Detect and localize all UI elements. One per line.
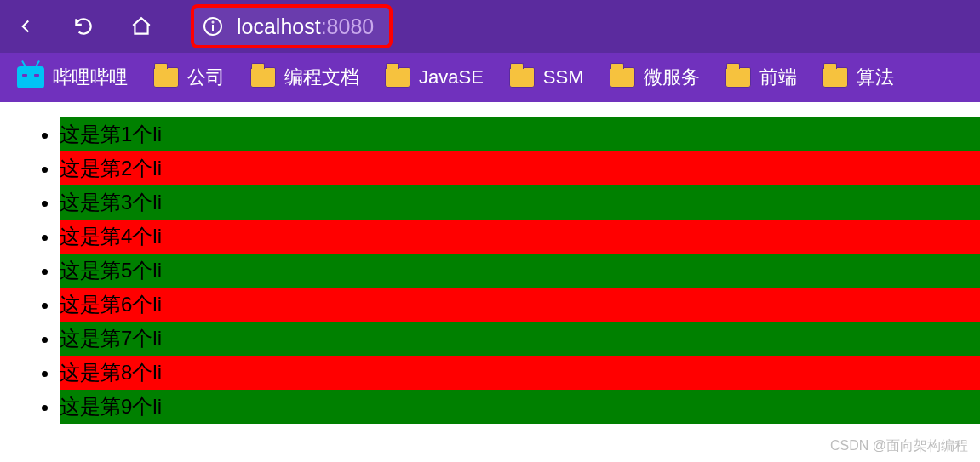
folder-icon bbox=[250, 67, 276, 88]
folder-icon bbox=[385, 67, 410, 88]
folder-icon bbox=[610, 67, 635, 88]
bookmark-label: 前端 bbox=[759, 65, 797, 90]
folder-icon bbox=[725, 67, 751, 88]
url-host: localhost bbox=[237, 14, 321, 38]
list-item: 这是第4个li bbox=[60, 220, 980, 254]
folder-icon bbox=[822, 67, 848, 88]
list: 这是第1个li 这是第2个li 这是第3个li 这是第4个li 这是第5个li … bbox=[26, 117, 980, 424]
home-button[interactable] bbox=[124, 9, 158, 43]
watermark: CSDN @面向架构编程 bbox=[830, 437, 968, 455]
bookmark-microservice[interactable]: 微服务 bbox=[603, 61, 707, 94]
url-text: localhost:8080 bbox=[237, 14, 374, 39]
address-bar[interactable]: localhost:8080 bbox=[191, 4, 393, 48]
list-item: 这是第5个li bbox=[60, 254, 980, 288]
bookmark-label: 哔哩哔哩 bbox=[53, 65, 128, 90]
list-item: 这是第2个li bbox=[60, 151, 980, 185]
bookmark-label: 微服务 bbox=[644, 65, 700, 90]
bookmark-docs[interactable]: 编程文档 bbox=[244, 61, 366, 94]
browser-toolbar: localhost:8080 bbox=[0, 0, 980, 53]
url-port: :8080 bbox=[321, 14, 375, 38]
bookmark-ssm[interactable]: SSM bbox=[502, 63, 591, 92]
bookmark-label: SSM bbox=[543, 66, 584, 88]
bilibili-icon bbox=[17, 66, 44, 88]
info-icon[interactable] bbox=[201, 14, 225, 38]
folder-icon bbox=[509, 67, 535, 88]
bookmark-company[interactable]: 公司 bbox=[146, 61, 232, 94]
bookmark-algorithm[interactable]: 算法 bbox=[816, 61, 901, 94]
list-item: 这是第1个li bbox=[60, 117, 980, 151]
folder-icon bbox=[153, 67, 179, 88]
list-item: 这是第7个li bbox=[60, 322, 980, 356]
bookmark-label: 算法 bbox=[857, 65, 894, 90]
bookmarks-bar: 哔哩哔哩 公司 编程文档 JavaSE SSM 微服务 前端 算法 bbox=[0, 53, 980, 102]
bookmark-javase[interactable]: JavaSE bbox=[378, 63, 490, 92]
bookmark-label: 公司 bbox=[187, 65, 225, 90]
list-item: 这是第9个li bbox=[60, 390, 980, 424]
back-button[interactable] bbox=[9, 9, 43, 43]
page-content: 这是第1个li 这是第2个li 这是第3个li 这是第4个li 这是第5个li … bbox=[0, 102, 980, 424]
list-item: 这是第3个li bbox=[60, 185, 980, 220]
refresh-button[interactable] bbox=[66, 9, 100, 43]
list-item: 这是第8个li bbox=[60, 356, 980, 390]
bookmark-bilibili[interactable]: 哔哩哔哩 bbox=[10, 61, 135, 94]
bookmark-frontend[interactable]: 前端 bbox=[719, 61, 804, 94]
bookmark-label: JavaSE bbox=[419, 66, 484, 88]
svg-point-2 bbox=[213, 22, 214, 23]
list-item: 这是第6个li bbox=[60, 288, 980, 322]
bookmark-label: 编程文档 bbox=[284, 65, 359, 90]
